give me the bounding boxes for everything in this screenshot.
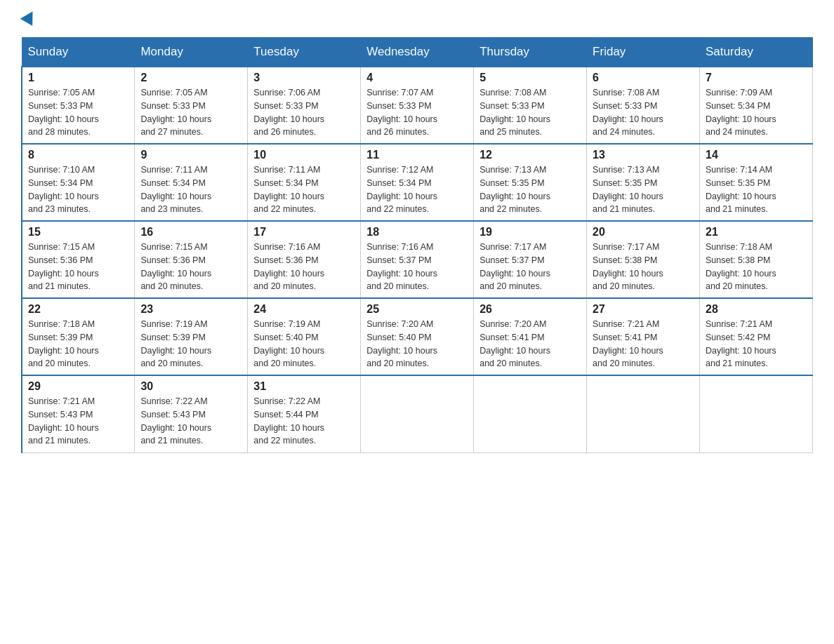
day-info: Sunrise: 7:20 AMSunset: 5:40 PMDaylight:… — [366, 318, 468, 370]
calendar-cell: 30Sunrise: 7:22 AMSunset: 5:43 PMDayligh… — [135, 375, 248, 452]
calendar-cell: 20Sunrise: 7:17 AMSunset: 5:38 PMDayligh… — [587, 221, 700, 298]
week-row-1: 1Sunrise: 7:05 AMSunset: 5:33 PMDaylight… — [22, 67, 813, 144]
header-saturday: Saturday — [700, 38, 813, 67]
calendar-cell: 8Sunrise: 7:10 AMSunset: 5:34 PMDaylight… — [22, 144, 135, 221]
day-number: 30 — [140, 380, 241, 393]
calendar-cell — [587, 375, 700, 452]
day-info: Sunrise: 7:17 AMSunset: 5:38 PMDaylight:… — [593, 241, 694, 293]
day-info: Sunrise: 7:15 AMSunset: 5:36 PMDaylight:… — [28, 241, 128, 293]
calendar-cell: 7Sunrise: 7:09 AMSunset: 5:34 PMDaylight… — [700, 67, 813, 144]
day-number: 29 — [28, 380, 128, 393]
calendar-cell: 9Sunrise: 7:11 AMSunset: 5:34 PMDaylight… — [135, 144, 248, 221]
day-info: Sunrise: 7:07 AMSunset: 5:33 PMDaylight:… — [366, 86, 468, 139]
header-thursday: Thursday — [474, 38, 587, 67]
day-info: Sunrise: 7:18 AMSunset: 5:38 PMDaylight:… — [706, 241, 807, 293]
header-sunday: Sunday — [22, 38, 135, 67]
calendar-cell: 18Sunrise: 7:16 AMSunset: 5:37 PMDayligh… — [361, 221, 474, 298]
day-info: Sunrise: 7:08 AMSunset: 5:33 PMDaylight:… — [479, 86, 581, 139]
calendar-cell: 25Sunrise: 7:20 AMSunset: 5:40 PMDayligh… — [361, 298, 474, 375]
day-number: 28 — [706, 303, 807, 316]
day-info: Sunrise: 7:05 AMSunset: 5:33 PMDaylight:… — [140, 86, 241, 139]
day-info: Sunrise: 7:19 AMSunset: 5:39 PMDaylight:… — [140, 318, 241, 370]
day-number: 25 — [366, 303, 468, 316]
header-tuesday: Tuesday — [248, 38, 361, 67]
day-number: 26 — [479, 303, 581, 316]
day-number: 22 — [28, 303, 128, 316]
day-info: Sunrise: 7:22 AMSunset: 5:43 PMDaylight:… — [140, 395, 241, 448]
day-info: Sunrise: 7:13 AMSunset: 5:35 PMDaylight:… — [479, 163, 581, 216]
header-monday: Monday — [135, 38, 248, 67]
calendar-cell: 4Sunrise: 7:07 AMSunset: 5:33 PMDaylight… — [361, 67, 474, 144]
day-number: 14 — [706, 149, 807, 161]
calendar-cell: 2Sunrise: 7:05 AMSunset: 5:33 PMDaylight… — [135, 67, 248, 144]
calendar-cell: 15Sunrise: 7:15 AMSunset: 5:36 PMDayligh… — [22, 221, 135, 298]
day-number: 6 — [593, 72, 694, 84]
day-number: 4 — [366, 72, 468, 84]
calendar-cell — [361, 375, 474, 452]
day-info: Sunrise: 7:06 AMSunset: 5:33 PMDaylight:… — [253, 86, 355, 139]
calendar-cell: 29Sunrise: 7:21 AMSunset: 5:43 PMDayligh… — [22, 375, 135, 452]
calendar-cell — [700, 375, 813, 452]
calendar-cell: 10Sunrise: 7:11 AMSunset: 5:34 PMDayligh… — [248, 144, 361, 221]
day-number: 1 — [28, 72, 128, 84]
day-number: 8 — [28, 149, 128, 161]
day-info: Sunrise: 7:13 AMSunset: 5:35 PMDaylight:… — [593, 163, 694, 216]
calendar-cell: 1Sunrise: 7:05 AMSunset: 5:33 PMDaylight… — [22, 67, 135, 144]
day-info: Sunrise: 7:22 AMSunset: 5:44 PMDaylight:… — [253, 395, 355, 448]
day-number: 5 — [479, 72, 581, 84]
day-info: Sunrise: 7:12 AMSunset: 5:34 PMDaylight:… — [366, 163, 468, 216]
day-info: Sunrise: 7:15 AMSunset: 5:36 PMDaylight:… — [140, 241, 241, 293]
day-info: Sunrise: 7:10 AMSunset: 5:34 PMDaylight:… — [28, 163, 128, 216]
day-number: 13 — [593, 149, 694, 161]
page-header — [21, 14, 813, 25]
day-number: 15 — [28, 226, 128, 239]
day-number: 2 — [140, 72, 241, 84]
calendar-cell: 12Sunrise: 7:13 AMSunset: 5:35 PMDayligh… — [474, 144, 587, 221]
day-number: 12 — [479, 149, 581, 161]
calendar-cell: 22Sunrise: 7:18 AMSunset: 5:39 PMDayligh… — [22, 298, 135, 375]
header-friday: Friday — [587, 38, 700, 67]
day-info: Sunrise: 7:08 AMSunset: 5:33 PMDaylight:… — [593, 86, 694, 139]
calendar-cell: 11Sunrise: 7:12 AMSunset: 5:34 PMDayligh… — [361, 144, 474, 221]
calendar-cell: 28Sunrise: 7:21 AMSunset: 5:42 PMDayligh… — [700, 298, 813, 375]
day-number: 16 — [140, 226, 241, 239]
day-info: Sunrise: 7:11 AMSunset: 5:34 PMDaylight:… — [253, 163, 355, 216]
calendar-cell: 6Sunrise: 7:08 AMSunset: 5:33 PMDaylight… — [587, 67, 700, 144]
day-number: 18 — [366, 226, 468, 239]
day-info: Sunrise: 7:21 AMSunset: 5:43 PMDaylight:… — [28, 395, 128, 448]
day-number: 17 — [253, 226, 355, 239]
calendar-cell: 23Sunrise: 7:19 AMSunset: 5:39 PMDayligh… — [135, 298, 248, 375]
logo-triangle-icon — [20, 8, 39, 26]
week-row-2: 8Sunrise: 7:10 AMSunset: 5:34 PMDaylight… — [22, 144, 813, 221]
day-info: Sunrise: 7:11 AMSunset: 5:34 PMDaylight:… — [140, 163, 241, 216]
day-number: 7 — [706, 72, 807, 84]
calendar-cell: 14Sunrise: 7:14 AMSunset: 5:35 PMDayligh… — [700, 144, 813, 221]
calendar-cell: 3Sunrise: 7:06 AMSunset: 5:33 PMDaylight… — [248, 67, 361, 144]
calendar-cell: 31Sunrise: 7:22 AMSunset: 5:44 PMDayligh… — [248, 375, 361, 452]
header-wednesday: Wednesday — [361, 38, 474, 67]
day-info: Sunrise: 7:16 AMSunset: 5:37 PMDaylight:… — [366, 241, 468, 293]
calendar-cell: 24Sunrise: 7:19 AMSunset: 5:40 PMDayligh… — [248, 298, 361, 375]
day-info: Sunrise: 7:16 AMSunset: 5:36 PMDaylight:… — [253, 241, 355, 293]
week-row-3: 15Sunrise: 7:15 AMSunset: 5:36 PMDayligh… — [22, 221, 813, 298]
day-number: 24 — [253, 303, 355, 316]
day-info: Sunrise: 7:19 AMSunset: 5:40 PMDaylight:… — [253, 318, 355, 370]
day-info: Sunrise: 7:21 AMSunset: 5:41 PMDaylight:… — [593, 318, 694, 370]
day-number: 21 — [706, 226, 807, 239]
day-number: 10 — [253, 149, 355, 161]
calendar-cell: 17Sunrise: 7:16 AMSunset: 5:36 PMDayligh… — [248, 221, 361, 298]
week-row-4: 22Sunrise: 7:18 AMSunset: 5:39 PMDayligh… — [22, 298, 813, 375]
day-number: 31 — [253, 380, 355, 393]
day-number: 9 — [140, 149, 241, 161]
calendar-cell: 13Sunrise: 7:13 AMSunset: 5:35 PMDayligh… — [587, 144, 700, 221]
day-info: Sunrise: 7:20 AMSunset: 5:41 PMDaylight:… — [479, 318, 581, 370]
day-info: Sunrise: 7:18 AMSunset: 5:39 PMDaylight:… — [28, 318, 128, 370]
calendar-cell: 27Sunrise: 7:21 AMSunset: 5:41 PMDayligh… — [587, 298, 700, 375]
calendar-cell: 19Sunrise: 7:17 AMSunset: 5:37 PMDayligh… — [474, 221, 587, 298]
calendar-cell: 26Sunrise: 7:20 AMSunset: 5:41 PMDayligh… — [474, 298, 587, 375]
day-info: Sunrise: 7:09 AMSunset: 5:34 PMDaylight:… — [706, 86, 807, 139]
day-info: Sunrise: 7:05 AMSunset: 5:33 PMDaylight:… — [28, 86, 128, 139]
day-number: 20 — [593, 226, 694, 239]
day-number: 23 — [140, 303, 241, 316]
day-number: 11 — [366, 149, 468, 161]
